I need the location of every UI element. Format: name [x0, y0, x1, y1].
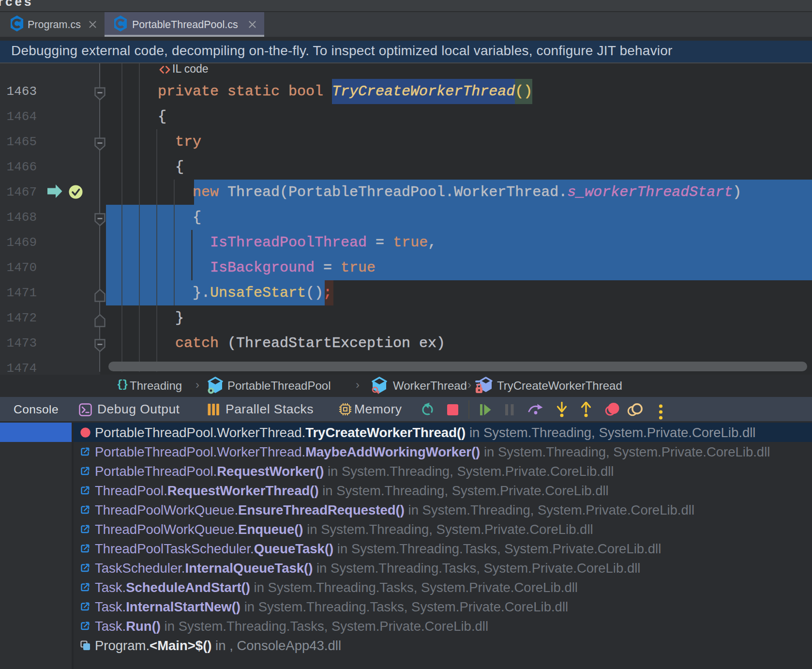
svg-text:#: # — [19, 18, 21, 23]
svg-text:#: # — [122, 18, 125, 23]
